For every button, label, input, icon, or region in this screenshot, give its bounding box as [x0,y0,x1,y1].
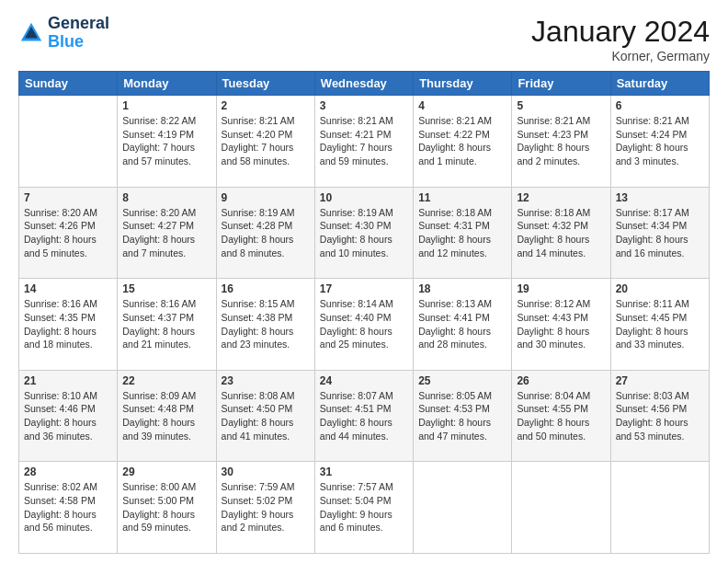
calendar-header-row: Sunday Monday Tuesday Wednesday Thursday… [19,72,710,96]
logo-icon [18,20,44,46]
sun-info: Sunrise: 8:05 AM Sunset: 4:53 PM Dayligh… [418,389,506,443]
daylight-text: Daylight: 8 hours and 18 minutes. [24,325,112,351]
day-number: 31 [320,465,408,478]
sun-info: Sunrise: 8:14 AM Sunset: 4:40 PM Dayligh… [320,297,408,351]
day-number: 25 [418,374,506,387]
sunset-text: Sunset: 4:38 PM [222,311,310,325]
calendar-cell: 18 Sunrise: 8:13 AM Sunset: 4:41 PM Dayl… [414,279,512,371]
sunset-text: Sunset: 4:28 PM [222,219,310,233]
sun-info: Sunrise: 8:19 AM Sunset: 4:30 PM Dayligh… [320,206,408,260]
sunrise-text: Sunrise: 8:08 AM [222,389,310,403]
sun-info: Sunrise: 8:18 AM Sunset: 4:32 PM Dayligh… [517,206,605,260]
day-number: 3 [320,99,408,112]
calendar-week-row: 14 Sunrise: 8:16 AM Sunset: 4:35 PM Dayl… [19,279,710,371]
sunset-text: Sunset: 4:23 PM [517,128,605,142]
calendar-cell: 8 Sunrise: 8:20 AM Sunset: 4:27 PM Dayli… [118,187,216,279]
sunset-text: Sunset: 4:32 PM [517,219,605,233]
daylight-text: Daylight: 7 hours and 59 minutes. [320,141,408,167]
sun-info: Sunrise: 8:21 AM Sunset: 4:24 PM Dayligh… [616,114,704,168]
sun-info: Sunrise: 8:20 AM Sunset: 4:26 PM Dayligh… [24,206,112,260]
day-number: 23 [222,374,310,387]
daylight-text: Daylight: 8 hours and 47 minutes. [418,416,506,442]
day-number: 12 [517,191,605,204]
month-title: January 2024 [531,15,710,49]
daylight-text: Daylight: 8 hours and 5 minutes. [24,233,112,259]
sunset-text: Sunset: 4:22 PM [418,128,506,142]
sunrise-text: Sunrise: 8:20 AM [24,206,112,220]
sunrise-text: Sunrise: 8:00 AM [122,480,210,494]
day-number: 7 [24,191,112,204]
col-saturday: Saturday [610,72,709,96]
calendar-cell: 26 Sunrise: 8:04 AM Sunset: 4:55 PM Dayl… [512,370,610,462]
sunset-text: Sunset: 4:53 PM [418,402,506,416]
calendar-cell [610,462,709,554]
sunset-text: Sunset: 4:56 PM [616,402,704,416]
sunrise-text: Sunrise: 8:21 AM [616,114,704,128]
daylight-text: Daylight: 8 hours and 56 minutes. [24,508,112,534]
daylight-text: Daylight: 8 hours and 59 minutes. [122,508,210,534]
calendar-cell: 3 Sunrise: 8:21 AM Sunset: 4:21 PM Dayli… [314,96,413,188]
sun-info: Sunrise: 8:02 AM Sunset: 4:58 PM Dayligh… [24,480,112,534]
sun-info: Sunrise: 8:17 AM Sunset: 4:34 PM Dayligh… [616,206,704,260]
sunrise-text: Sunrise: 8:14 AM [320,297,408,311]
daylight-text: Daylight: 8 hours and 25 minutes. [320,325,408,351]
sunrise-text: Sunrise: 8:13 AM [418,297,506,311]
calendar-cell: 27 Sunrise: 8:03 AM Sunset: 4:56 PM Dayl… [610,370,709,462]
page: General Blue January 2024 Korner, German… [0,0,728,563]
sunset-text: Sunset: 4:41 PM [418,311,506,325]
sunset-text: Sunset: 4:35 PM [24,311,112,325]
col-friday: Friday [512,72,610,96]
calendar-cell: 7 Sunrise: 8:20 AM Sunset: 4:26 PM Dayli… [19,187,118,279]
calendar-cell: 2 Sunrise: 8:21 AM Sunset: 4:20 PM Dayli… [216,96,314,188]
sunset-text: Sunset: 4:50 PM [222,402,310,416]
daylight-text: Daylight: 8 hours and 14 minutes. [517,233,605,259]
daylight-text: Daylight: 8 hours and 30 minutes. [517,325,605,351]
sun-info: Sunrise: 8:00 AM Sunset: 5:00 PM Dayligh… [122,480,210,534]
sun-info: Sunrise: 8:10 AM Sunset: 4:46 PM Dayligh… [24,389,112,443]
day-number: 21 [24,374,112,387]
daylight-text: Daylight: 8 hours and 41 minutes. [222,416,310,442]
day-number: 4 [418,99,506,112]
calendar-cell: 13 Sunrise: 8:17 AM Sunset: 4:34 PM Dayl… [610,187,709,279]
calendar-cell: 4 Sunrise: 8:21 AM Sunset: 4:22 PM Dayli… [414,96,512,188]
daylight-text: Daylight: 8 hours and 8 minutes. [222,233,310,259]
daylight-text: Daylight: 8 hours and 1 minute. [418,141,506,167]
day-number: 30 [222,465,310,478]
calendar-cell: 11 Sunrise: 8:18 AM Sunset: 4:31 PM Dayl… [414,187,512,279]
calendar-cell: 19 Sunrise: 8:12 AM Sunset: 4:43 PM Dayl… [512,279,610,371]
daylight-text: Daylight: 7 hours and 58 minutes. [222,141,310,167]
calendar-cell: 6 Sunrise: 8:21 AM Sunset: 4:24 PM Dayli… [610,96,709,188]
sunrise-text: Sunrise: 8:19 AM [222,206,310,220]
day-number: 8 [122,191,210,204]
sunrise-text: Sunrise: 8:02 AM [24,480,112,494]
sunset-text: Sunset: 4:48 PM [122,402,210,416]
calendar-week-row: 21 Sunrise: 8:10 AM Sunset: 4:46 PM Dayl… [19,370,710,462]
sunrise-text: Sunrise: 7:59 AM [222,480,310,494]
calendar-cell [512,462,610,554]
day-number: 5 [517,99,605,112]
daylight-text: Daylight: 8 hours and 12 minutes. [418,233,506,259]
sun-info: Sunrise: 8:09 AM Sunset: 4:48 PM Dayligh… [122,389,210,443]
day-number: 22 [122,374,210,387]
title-block: January 2024 Korner, Germany [531,15,710,63]
sunset-text: Sunset: 4:31 PM [418,219,506,233]
day-number: 18 [418,282,506,295]
logo: General Blue [18,15,109,52]
day-number: 24 [320,374,408,387]
calendar-cell: 29 Sunrise: 8:00 AM Sunset: 5:00 PM Dayl… [118,462,216,554]
day-number: 14 [24,282,112,295]
daylight-text: Daylight: 8 hours and 16 minutes. [616,233,704,259]
sunrise-text: Sunrise: 8:10 AM [24,389,112,403]
sunset-text: Sunset: 4:37 PM [122,311,210,325]
sunset-text: Sunset: 4:24 PM [616,128,704,142]
sunrise-text: Sunrise: 8:09 AM [122,389,210,403]
day-number: 1 [122,99,210,112]
calendar-cell [414,462,512,554]
sunset-text: Sunset: 4:26 PM [24,219,112,233]
sunset-text: Sunset: 4:40 PM [320,311,408,325]
daylight-text: Daylight: 8 hours and 7 minutes. [122,233,210,259]
sunrise-text: Sunrise: 8:20 AM [122,206,210,220]
sun-info: Sunrise: 8:21 AM Sunset: 4:23 PM Dayligh… [517,114,605,168]
calendar-cell: 12 Sunrise: 8:18 AM Sunset: 4:32 PM Dayl… [512,187,610,279]
calendar-cell [19,96,118,188]
